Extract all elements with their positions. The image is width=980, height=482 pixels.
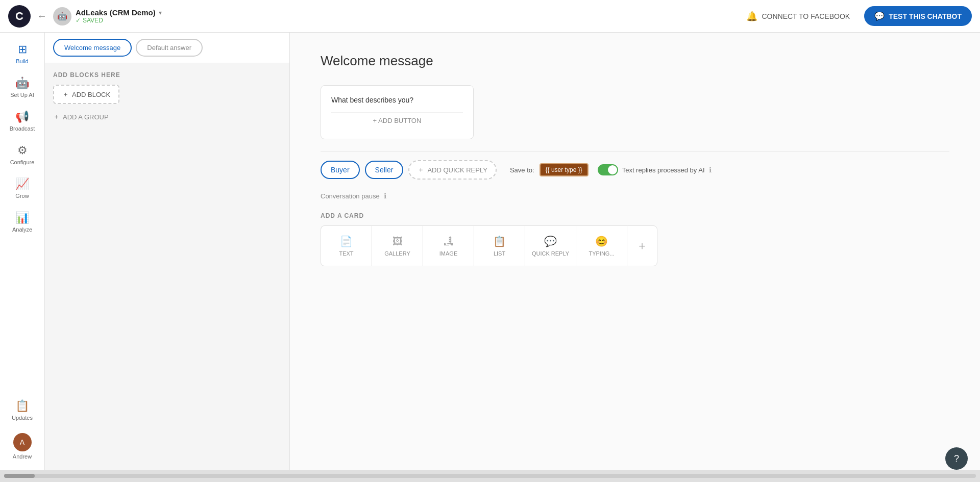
horizontal-scroll-track[interactable] [4, 474, 976, 478]
configure-icon: ⚙ [17, 144, 28, 157]
plus-icon-group: ＋ [53, 112, 60, 121]
sidebar-label-grow: Grow [15, 193, 29, 199]
horizontal-scroll-thumb[interactable] [4, 474, 35, 478]
card-option-text[interactable]: 📄 TEXT [321, 225, 372, 266]
sidebar-label-analyze: Analyze [12, 226, 32, 233]
connect-facebook-label: CONNECT TO FACEBOOK [762, 12, 850, 20]
message-text: What best describes you? [331, 96, 463, 104]
conversation-pause-label: Conversation pause [321, 192, 380, 200]
app-header: C ← 🤖 AdLeaks (CRM Demo) ▾ SAVED 🔔 CONNE… [0, 0, 980, 33]
save-to-label: Save to: [510, 166, 534, 174]
toggle-label: Text replies processed by AI [622, 166, 705, 174]
add-blocks-label: ADD BLOCKS HERE [53, 71, 281, 79]
bot-avatar: 🤖 [53, 7, 71, 26]
build-icon: ⊞ [18, 43, 27, 56]
typing-card-icon: 😊 [595, 235, 608, 247]
grow-icon: 📈 [15, 177, 29, 191]
info-icon[interactable]: ℹ [709, 166, 712, 174]
sidebar-item-broadcast[interactable]: 📢 Broadcast [3, 105, 42, 137]
add-card-label: ADD A CARD [321, 212, 949, 219]
gallery-card-icon: 🖼 [393, 236, 403, 247]
add-quick-reply-label: ADD QUICK REPLY [427, 166, 487, 174]
add-more-icon: ＋ [636, 238, 648, 253]
test-chatbot-button[interactable]: 💬 TEST THIS CHATBOT [864, 6, 972, 26]
card-option-list[interactable]: 📋 LIST [474, 225, 525, 266]
sidebar-label-setup-ai: Set Up AI [10, 92, 34, 98]
quick-reply-buyer[interactable]: Buyer [321, 161, 360, 179]
card-option-typing[interactable]: 😊 TYPING... [576, 225, 627, 266]
card-option-quick-reply-label: QUICK REPLY [532, 250, 569, 257]
sidebar-item-setup-ai[interactable]: 🤖 Set Up AI [3, 71, 42, 103]
quick-reply-card-icon: 💬 [544, 235, 557, 247]
card-option-text-label: TEXT [339, 250, 353, 257]
text-card-icon: 📄 [340, 235, 353, 247]
app-title: AdLeaks (CRM Demo) [76, 8, 156, 17]
updates-icon: 📋 [15, 399, 29, 413]
add-button-btn[interactable]: + ADD BUTTON [331, 112, 463, 129]
tab-welcome-message[interactable]: Welcome message [53, 39, 132, 57]
test-chatbot-label: TEST THIS CHATBOT [889, 12, 962, 20]
sidebar-item-analyze[interactable]: 📊 Analyze [3, 206, 42, 238]
back-button[interactable]: ← [35, 8, 49, 24]
avatar: A [13, 433, 32, 451]
help-button[interactable]: ? [945, 447, 968, 470]
card-option-typing-label: TYPING... [589, 250, 614, 257]
card-option-gallery-label: GALLERY [384, 250, 410, 257]
ai-toggle[interactable] [598, 164, 618, 175]
add-group-label: ADD A GROUP [63, 113, 109, 121]
quick-reply-section: Buyer Seller ＋ ADD QUICK REPLY Save to: … [321, 160, 949, 180]
sidebar-item-grow[interactable]: 📈 Grow [3, 172, 42, 204]
add-quick-reply-button[interactable]: ＋ ADD QUICK REPLY [408, 160, 497, 180]
plus-icon-qr: ＋ [418, 165, 424, 174]
message-card: What best describes you? + ADD BUTTON [321, 85, 474, 139]
sidebar-label-broadcast: Broadcast [10, 125, 35, 132]
toggle-row: Text replies processed by AI ℹ [598, 164, 712, 175]
card-option-quick-reply[interactable]: 💬 QUICK REPLY [525, 225, 576, 266]
section-divider [321, 151, 949, 152]
page-title: Welcome message [321, 53, 949, 69]
right-panel: Welcome message What best describes you?… [290, 33, 980, 470]
card-option-image-label: IMAGE [439, 250, 457, 257]
sidebar-label-andrew: Andrew [13, 453, 32, 460]
bottom-scrollbar[interactable] [0, 470, 980, 482]
title-dropdown-icon[interactable]: ▾ [159, 9, 162, 16]
tab-default-answer[interactable]: Default answer [136, 39, 203, 57]
sidebar-label-build: Build [16, 58, 28, 64]
card-option-list-label: LIST [494, 250, 505, 257]
app-logo: C [8, 5, 31, 28]
list-card-icon: 📋 [493, 235, 506, 247]
sidebar-item-build[interactable]: ⊞ Build [3, 38, 42, 69]
card-option-gallery[interactable]: 🖼 GALLERY [372, 225, 423, 266]
sidebar-label-updates: Updates [12, 415, 33, 421]
left-panel-content: ADD BLOCKS HERE ＋ ADD BLOCK ＋ ADD A GROU… [45, 63, 289, 470]
saved-status: SAVED [76, 17, 162, 24]
card-option-image[interactable]: 🏞 IMAGE [423, 225, 474, 266]
sidebar: ⊞ Build 🤖 Set Up AI 📢 Broadcast ⚙ Config… [0, 33, 45, 470]
conversation-pause-info-icon[interactable]: ℹ [384, 192, 386, 200]
add-group-button[interactable]: ＋ ADD A GROUP [53, 110, 281, 123]
messenger-icon: 💬 [874, 11, 885, 21]
setup-ai-icon: 🤖 [15, 77, 29, 90]
bell-icon: 🔔 [746, 11, 757, 22]
analyze-icon: 📊 [15, 211, 29, 224]
sidebar-item-updates[interactable]: 📋 Updates [3, 394, 42, 426]
add-block-button[interactable]: ＋ ADD BLOCK [53, 85, 119, 104]
sidebar-item-configure[interactable]: ⚙ Configure [3, 139, 42, 170]
save-to-area: Save to: {{ user type }} [510, 163, 589, 176]
image-card-icon: 🏞 [444, 236, 454, 247]
conversation-pause-row: Conversation pause ℹ [321, 192, 949, 200]
card-option-add-more[interactable]: ＋ [627, 225, 657, 266]
sidebar-item-andrew[interactable]: A Andrew [3, 428, 42, 465]
left-panel-tabs: Welcome message Default answer [45, 33, 289, 63]
quick-reply-seller[interactable]: Seller [365, 161, 404, 179]
plus-icon: ＋ [62, 90, 69, 99]
header-title-area: AdLeaks (CRM Demo) ▾ SAVED [76, 8, 162, 24]
save-to-tag[interactable]: {{ user type }} [540, 163, 589, 176]
toggle-knob [608, 165, 617, 174]
broadcast-icon: 📢 [15, 110, 29, 123]
connect-facebook-button[interactable]: 🔔 CONNECT TO FACEBOOK [740, 7, 856, 26]
main-layout: ⊞ Build 🤖 Set Up AI 📢 Broadcast ⚙ Config… [0, 33, 980, 470]
card-options-row: 📄 TEXT 🖼 GALLERY 🏞 IMAGE 📋 LIST 💬 QUICK … [321, 225, 949, 266]
left-panel: Welcome message Default answer ADD BLOCK… [45, 33, 290, 470]
add-block-label: ADD BLOCK [72, 91, 110, 98]
